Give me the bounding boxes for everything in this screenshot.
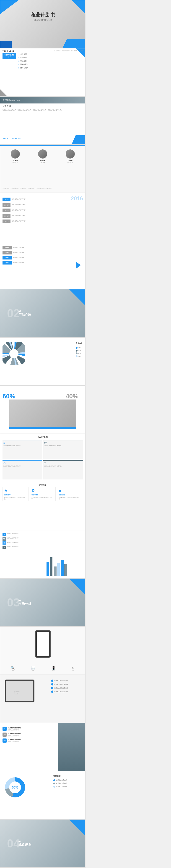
sv-item-w: W 这里输入您的文字内容	[2, 537, 19, 541]
pct-right: 40%	[66, 393, 78, 400]
right-stats: 数据分析 这里输入文字内容 这里输入文字内容 这里输入文字内容	[53, 775, 83, 789]
search-icon: 🔍	[11, 666, 14, 670]
feat-4: ⚙ 设置	[72, 666, 75, 671]
slide-8: 市场占比 15% 30% 45% 10%	[0, 337, 86, 385]
stat-dot-3	[53, 786, 55, 787]
section-03-title: 03 市场分析	[19, 599, 31, 606]
member-2: 代振东 职位名称	[30, 149, 56, 164]
dot-item-4: 这里输入您的文字内容	[51, 690, 83, 693]
stat-2-label: $	[12, 137, 13, 139]
menu-item-1: 1 公司介绍	[19, 53, 83, 55]
menu-num-1: 1	[19, 53, 20, 55]
slide-12: S 这里输入您的文字内容 W 这里输入您的文字内容 O 这里输入您的文字内容 T…	[0, 530, 86, 578]
about-header: 关于我们 ABOUT US	[2, 99, 20, 101]
member-title-2: 职位名称	[30, 162, 56, 164]
slide-10: SWOT分析 S 这里输入您的文字内容，文字内容。 W 这里输入您的文字内容，文…	[0, 434, 86, 482]
member-title-3: 职位名称	[58, 162, 83, 164]
header-bar: 关于我们 ABOUT US	[0, 97, 85, 103]
year-item-1: 2016 这里输入您的文字内容	[2, 197, 83, 201]
slide-4: 代振东 职位名称 代振东 职位名称 代振东 职位名称 这里输入您的文字内容，这里…	[0, 145, 86, 193]
sv-item-s: S 这里输入您的文字内容	[2, 533, 19, 536]
stat-row-3: 这里输入文字内容	[53, 785, 83, 787]
sec-name-label: 产品介绍	[19, 312, 31, 317]
section-03-num-bg: 03	[7, 596, 20, 609]
slide-15: ☞ 这里输入您的文字内容 这里输入您的文字内容 这里输入您的文字内容 这里输入您…	[0, 675, 86, 723]
gray-corner-bl	[0, 89, 7, 96]
swot-grid: S 这里输入您的文字内容，文字内容。 W 这里输入您的文字内容，文字内容。 O …	[2, 440, 83, 479]
legend-item-2: 30%	[76, 350, 83, 351]
mobile-icon: 📱	[52, 666, 56, 670]
year-box-4: 2013	[2, 214, 10, 218]
top-stripe	[0, 145, 85, 146]
year-item-5: 2012 这里输入您的文字内容	[2, 219, 83, 223]
legend-text-1: 15%	[78, 347, 81, 348]
dot-text-1: 这里输入您的文字内容	[54, 680, 68, 682]
blue-accent	[72, 135, 85, 144]
swot-o: O 这里输入您的文字内容，文字内容。	[2, 460, 42, 479]
contents-cn: 目录	[3, 56, 15, 58]
right-content: 这里输入您的文字内容 这里输入您的文字内容 这里输入您的文字内容 这里输入您的文…	[51, 680, 83, 694]
right-image	[58, 723, 85, 771]
bar-5	[61, 560, 64, 576]
box-title-2: 培养习惯	[31, 494, 54, 496]
swot-s: S 这里输入您的文字内容，文字内容。	[2, 440, 42, 459]
stat-2-value: 5,000,000	[13, 137, 20, 139]
menu-items: 1 公司介绍 2 产品介绍 3 市场分析 4 战略与规划 5 财务与融资	[19, 53, 83, 70]
year-item-4: 2013 这里输入您的文字内容	[2, 214, 83, 218]
swot-text-t: 这里输入您的文字内容，文字内容。	[44, 465, 82, 467]
label-row-2: 执行 这里输入文字内容	[2, 251, 24, 254]
stat-2: $ 5,000,000	[12, 137, 21, 140]
settings-icon: ⚙	[72, 666, 75, 670]
menu-num-5: 5	[19, 67, 20, 69]
year-box-3: 2014	[2, 209, 10, 212]
box-text-3: 这里输入您的文字内容，文字内容文字内容。	[59, 497, 81, 500]
dot-text-4: 这里输入您的文字内容	[54, 691, 68, 693]
section-blue-tri	[69, 289, 85, 305]
phone-mockup	[35, 630, 51, 658]
team-desc: 这里输入您的文字内容，这里输入您的文字内容，这里输入您的文字内容，这里输入您的文…	[2, 187, 83, 189]
member-3: 代振东 职位名称	[58, 149, 83, 164]
member-title-1: 职位名称	[2, 162, 28, 164]
boxes: ★ 发现规律 这里输入您的文字内容，文字内容文字内容。 ♻ 培养习惯 这里输入您…	[2, 487, 83, 501]
li-num-3: 03	[2, 739, 7, 743]
member-name-2: 代振东	[30, 159, 56, 162]
label-row-3: 适应 这里输入文字内容	[2, 256, 24, 259]
logo: YOUR LOGO	[2, 50, 14, 52]
sec-name-03: 市场分析	[19, 602, 31, 606]
legend-text-2: 30%	[78, 350, 81, 351]
stat-text-2: 这里输入文字内容	[56, 782, 67, 784]
blue-triangle-topright	[72, 0, 85, 14]
pie-legend: 市场占比 15% 30% 45% 10%	[76, 342, 83, 357]
legend-dot-4	[76, 355, 77, 357]
sv-text-t: 这里输入您的文字内容	[7, 546, 19, 548]
sv-text-s: 这里输入您的文字内容	[7, 533, 19, 534]
li-num-2: 02	[2, 733, 7, 737]
blue-bar-bottom	[9, 427, 76, 429]
label-row-1: 领先 这里输入文字内容	[2, 246, 24, 249]
year-text-1: 这里输入您的文字内容	[12, 198, 26, 200]
swot-t: T 这里输入您的文字内容，文字内容。	[43, 460, 83, 479]
section-04-tri	[69, 819, 85, 836]
hand-icon: ☞	[14, 689, 20, 697]
menu-text-1: 公司介绍	[20, 53, 27, 55]
slide-18: 04 04 战略规划	[0, 819, 86, 868]
sv-item-t: T 这里输入您的文字内容	[2, 546, 19, 549]
cover-subtitle: 输入您的项目名称	[34, 19, 52, 22]
menu-num-2: 2	[19, 57, 20, 59]
swot-vert: S 这里输入您的文字内容 W 这里输入您的文字内容 O 这里输入您的文字内容 T…	[2, 533, 19, 549]
dot-2	[51, 683, 53, 685]
box-3: ◆ 培训技能 这里输入您的文字内容，文字内容文字内容。	[57, 487, 83, 501]
swot-text-s: 这里输入您的文字内容，文字内容。	[3, 445, 41, 446]
label-text-2: 这里输入文字内容	[13, 252, 24, 254]
section-02-title: 02 产品介绍	[19, 310, 31, 317]
slide-14: 🔍 搜索 📊 分析 📱 移动 ⚙ 设置	[0, 626, 86, 675]
legend-item-1: 15%	[76, 347, 83, 349]
feat-2: 📊 分析	[31, 666, 35, 671]
year-text-2: 这里输入您的文字内容	[12, 204, 26, 206]
slide-9: 60% 40%	[0, 385, 86, 434]
menu-num-3: 3	[19, 60, 20, 62]
avatar-1	[11, 149, 20, 158]
slide-2: YOUR LOGO HOTWIN POWERPOINT TEMPLATE CON…	[0, 48, 86, 96]
phone-screen	[37, 632, 49, 656]
donut-area: 55%	[4, 776, 27, 799]
